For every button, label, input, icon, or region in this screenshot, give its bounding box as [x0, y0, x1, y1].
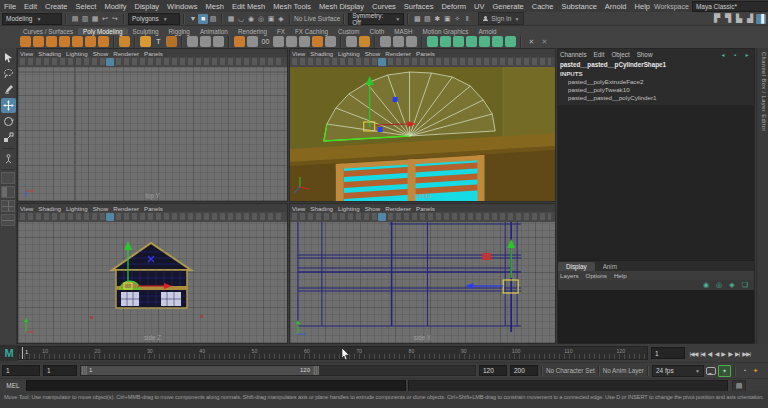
playback-end-field[interactable]: 120: [479, 365, 507, 376]
menu-item[interactable]: Windows: [163, 2, 201, 11]
paint-select-tool-button[interactable]: [1, 82, 16, 97]
input-node[interactable]: pasted__polyTweak10: [558, 86, 754, 94]
current-frame-field[interactable]: 1: [651, 347, 685, 359]
current-frame-marker[interactable]: [22, 347, 23, 359]
menu-item[interactable]: Mesh: [202, 2, 228, 11]
range-end-handle[interactable]: [313, 366, 319, 375]
quadrangulate-icon[interactable]: [505, 36, 516, 47]
viewport-menu-item[interactable]: Show: [365, 205, 380, 212]
step-back-key-button[interactable]: |◀: [699, 350, 706, 357]
select-hierarchy-icon[interactable]: ▼: [188, 14, 198, 24]
viewport-menu-item[interactable]: Shading: [38, 50, 61, 57]
ipr-render-icon[interactable]: ▨: [422, 14, 432, 24]
input-node[interactable]: pasted__polyExtrudeFace2: [558, 78, 754, 86]
snap-point-icon[interactable]: ◉: [246, 14, 256, 24]
booleans-icon[interactable]: 00: [260, 36, 271, 47]
uv-layout-icon[interactable]: [393, 36, 404, 47]
smooth-icon[interactable]: [299, 36, 310, 47]
poly-plane-icon[interactable]: [85, 36, 96, 47]
selected-object-name[interactable]: pasted__pasted__pCylinderShape1: [558, 59, 754, 69]
extrude-icon[interactable]: [325, 36, 336, 47]
play-forwards-button[interactable]: ▶: [720, 350, 727, 357]
viewport-menu-item[interactable]: Panels: [416, 50, 435, 57]
viewport-menu-item[interactable]: View: [20, 205, 33, 212]
set-key-icon[interactable]: ✦: [750, 366, 761, 376]
save-scene-icon[interactable]: ▦: [90, 14, 100, 24]
auto-keyframe-toggle[interactable]: ✦: [718, 365, 731, 377]
shaded-mode-icon[interactable]: [106, 213, 114, 221]
layout-two-pane-button[interactable]: [1, 186, 15, 198]
viewport-menu-item[interactable]: Shading: [38, 205, 61, 212]
menu-item[interactable]: Cache: [528, 2, 558, 11]
render-icon[interactable]: ▩: [412, 14, 422, 24]
type-tool-icon[interactable]: T: [153, 36, 164, 47]
channel-box-menu-item[interactable]: Channels: [560, 51, 587, 58]
layer-editor-tab[interactable]: Display: [558, 262, 595, 271]
layer-editor-menu-item[interactable]: Help: [614, 272, 627, 279]
target-weld-icon[interactable]: [200, 36, 211, 47]
menu-item[interactable]: Edit Mesh: [228, 2, 269, 11]
viewport-menu-item[interactable]: Renderer: [113, 50, 139, 57]
symmetry-dropdown[interactable]: Symmetry: Off▼: [348, 13, 404, 25]
quad-draw-icon[interactable]: [346, 36, 357, 47]
channel-box-menu-item[interactable]: Show: [637, 51, 653, 58]
make-live-icon[interactable]: ◈: [276, 14, 286, 24]
shelf-tab[interactable]: Motion Graphics: [418, 28, 474, 35]
character-set-selector[interactable]: No Character Set: [546, 367, 595, 374]
shelf-tab[interactable]: FX: [272, 28, 290, 35]
viewport-menu-item[interactable]: Lighting: [66, 50, 88, 57]
viewport-side[interactable]: ViewShadingLightingShowRendererPanels: [289, 203, 556, 344]
top-view-scene[interactable]: top Y: [18, 67, 287, 201]
modeling-toolkit-toggle-icon[interactable]: ▛: [712, 14, 722, 24]
animation-start-field[interactable]: 1: [2, 365, 40, 376]
mirror-icon[interactable]: [312, 36, 323, 47]
range-slider[interactable]: 1 120: [80, 365, 476, 376]
side-view-scene[interactable]: side X: [290, 222, 555, 343]
render-view-icon[interactable]: ▣: [442, 14, 452, 24]
snap-curve-icon[interactable]: ◡: [236, 14, 246, 24]
uv-unfold-icon[interactable]: [406, 36, 417, 47]
manip-slow-icon[interactable]: ◂: [718, 50, 728, 60]
tool-settings-toggle-icon[interactable]: ▙: [734, 14, 744, 24]
move-tool-button[interactable]: [1, 98, 16, 113]
channel-box-menu-item[interactable]: Edit: [594, 51, 605, 58]
shelf-tab[interactable]: Rigging: [164, 28, 195, 35]
menu-item[interactable]: Display: [131, 2, 164, 11]
viewport-menu-item[interactable]: Lighting: [66, 205, 88, 212]
shelf-tab[interactable]: MASH: [389, 28, 417, 35]
viewport-menu-item[interactable]: Panels: [416, 205, 435, 212]
rotate-tool-button[interactable]: [1, 114, 16, 129]
menu-item[interactable]: Help: [631, 2, 654, 11]
viewport-menu-item[interactable]: Show: [93, 205, 108, 212]
front-view-scene[interactable]: side Z: [18, 222, 287, 343]
new-layer-icon[interactable]: ❏: [740, 280, 750, 290]
viewport-menu-item[interactable]: Show: [365, 50, 380, 57]
menu-set-dropdown[interactable]: Modeling▼: [2, 13, 62, 25]
poly-cylinder-icon[interactable]: [46, 36, 57, 47]
menu-item[interactable]: File: [0, 2, 20, 11]
animation-end-field[interactable]: 200: [510, 365, 538, 376]
snap-projected-center-icon[interactable]: ◎: [256, 14, 266, 24]
viewport-menu-item[interactable]: View: [292, 50, 305, 57]
combine-icon[interactable]: [273, 36, 284, 47]
reduce-icon[interactable]: [440, 36, 451, 47]
anim-preferences-icon[interactable]: ◔: [739, 366, 750, 376]
shelf-tab[interactable]: Poly Modeling: [78, 28, 128, 35]
light-editor-icon[interactable]: ✧: [452, 14, 462, 24]
retopologize-icon[interactable]: [453, 36, 464, 47]
play-backwards-button[interactable]: ◀: [713, 350, 720, 357]
workspace-dropdown[interactable]: Maya Classic*▼: [692, 1, 768, 12]
menu-item[interactable]: Generate: [488, 2, 527, 11]
snap-view-plane-icon[interactable]: ▣: [266, 14, 276, 24]
layer-editor-tab[interactable]: Anim: [595, 262, 625, 271]
command-language-label[interactable]: MEL: [0, 382, 26, 389]
shaded-mode-icon[interactable]: [378, 213, 386, 221]
poly-cone-icon[interactable]: [59, 36, 70, 47]
viewport-menu-item[interactable]: Renderer: [113, 205, 139, 212]
layer-render-icon[interactable]: ◈: [727, 280, 737, 290]
viewport-menu-item[interactable]: Panels: [144, 205, 163, 212]
range-start-handle[interactable]: [81, 366, 87, 375]
layer-playback-icon[interactable]: ◎: [714, 280, 724, 290]
viewport-toolbar-icons[interactable]: [292, 58, 551, 65]
manip-medium-icon[interactable]: ▪: [730, 50, 740, 60]
